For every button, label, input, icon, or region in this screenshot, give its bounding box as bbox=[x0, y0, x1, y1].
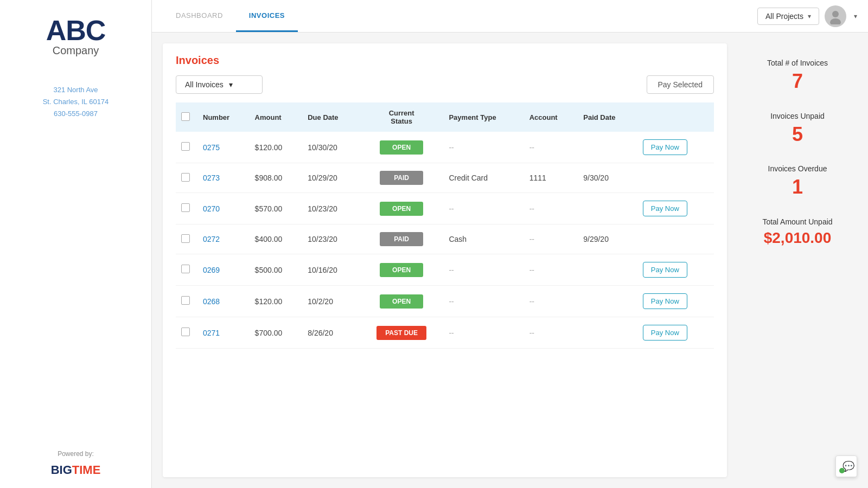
invoice-paid-date bbox=[578, 317, 637, 349]
col-header-number: Number bbox=[197, 102, 250, 132]
overdue-label: Invoices Overdue bbox=[743, 164, 852, 173]
row-checkbox[interactable] bbox=[181, 296, 190, 305]
invoice-number-link[interactable]: 0275 bbox=[203, 143, 220, 152]
powered-by-label: Powered by: bbox=[58, 450, 94, 458]
col-header-due-date: Due Date bbox=[302, 102, 360, 132]
invoice-number-link[interactable]: 0272 bbox=[203, 235, 220, 243]
invoice-number-link[interactable]: 0269 bbox=[203, 266, 220, 274]
table-row: 0271$700.008/26/20PAST DUE----Pay Now bbox=[176, 317, 714, 349]
invoice-paid-date bbox=[578, 132, 637, 163]
pay-now-button[interactable]: Pay Now bbox=[643, 325, 687, 341]
filter-label: All Invoices bbox=[185, 80, 224, 89]
chat-widget[interactable]: 💬 bbox=[835, 455, 857, 477]
pay-now-button[interactable]: Pay Now bbox=[643, 201, 687, 216]
chevron-down-icon: ▾ bbox=[808, 12, 811, 20]
unpaid-value: 5 bbox=[743, 124, 852, 145]
invoice-payment-type: -- bbox=[443, 193, 524, 224]
select-all-checkbox[interactable] bbox=[181, 112, 190, 121]
bigtime-logo: BIGTIME bbox=[51, 463, 101, 477]
row-checkbox[interactable] bbox=[181, 265, 190, 273]
pay-now-button[interactable]: Pay Now bbox=[643, 262, 687, 278]
invoice-due-date: 10/30/20 bbox=[302, 132, 360, 163]
status-badge: OPEN bbox=[380, 202, 423, 216]
logo-container: ABC Company bbox=[46, 16, 106, 57]
invoice-amount: $908.00 bbox=[250, 163, 303, 193]
status-badge: PAST DUE bbox=[376, 326, 426, 340]
invoice-account: -- bbox=[524, 224, 578, 254]
col-header-payment-type: Payment Type bbox=[443, 102, 524, 132]
invoice-number-link[interactable]: 0270 bbox=[203, 204, 220, 213]
invoice-paid-date: 9/29/20 bbox=[578, 224, 637, 254]
stat-invoices-unpaid: Invoices Unpaid 5 bbox=[738, 102, 857, 155]
invoice-paid-date bbox=[578, 193, 637, 224]
nav-tabs: DASHBOARD INVOICES bbox=[163, 0, 298, 32]
total-invoices-label: Total # of Invoices bbox=[743, 59, 852, 67]
table-row: 0269$500.0010/16/20OPEN----Pay Now bbox=[176, 254, 714, 286]
invoice-payment-type: -- bbox=[443, 286, 524, 317]
project-selector[interactable]: All Projects ▾ bbox=[757, 8, 819, 25]
invoice-amount: $400.00 bbox=[250, 224, 303, 254]
address-phone: 630-555-0987 bbox=[43, 108, 109, 120]
invoice-account: 1111 bbox=[524, 163, 578, 193]
invoice-due-date: 10/23/20 bbox=[302, 224, 360, 254]
unpaid-label: Invoices Unpaid bbox=[743, 112, 852, 120]
invoice-due-date: 10/2/20 bbox=[302, 286, 360, 317]
invoice-paid-date bbox=[578, 286, 637, 317]
content-area: Invoices All Invoices ▾ Pay Selected Num… bbox=[152, 33, 868, 488]
filter-dropdown[interactable]: All Invoices ▾ bbox=[176, 75, 263, 94]
status-badge: OPEN bbox=[380, 294, 423, 309]
status-badge: OPEN bbox=[380, 140, 423, 155]
col-header-paid-date: Paid Date bbox=[578, 102, 637, 132]
svg-point-0 bbox=[832, 11, 839, 17]
total-unpaid-label: Total Amount Unpaid bbox=[743, 217, 852, 226]
row-checkbox[interactable] bbox=[181, 142, 190, 151]
pay-selected-button[interactable]: Pay Selected bbox=[647, 75, 714, 94]
invoice-account: -- bbox=[524, 317, 578, 349]
invoice-number-link[interactable]: 0273 bbox=[203, 174, 220, 182]
svg-point-1 bbox=[830, 18, 841, 24]
invoice-payment-type: Cash bbox=[443, 224, 524, 254]
invoice-due-date: 8/26/20 bbox=[302, 317, 360, 349]
row-checkbox[interactable] bbox=[181, 328, 190, 336]
avatar-chevron-icon: ▾ bbox=[854, 12, 857, 20]
tab-invoices[interactable]: INVOICES bbox=[236, 0, 298, 32]
sidebar: ABC Company 321 North Ave St. Charles, I… bbox=[0, 0, 152, 488]
invoice-amount: $120.00 bbox=[250, 286, 303, 317]
col-header-amount: Amount bbox=[250, 102, 303, 132]
col-header-account: Account bbox=[524, 102, 578, 132]
invoice-due-date: 10/23/20 bbox=[302, 193, 360, 224]
tab-dashboard[interactable]: DASHBOARD bbox=[163, 0, 236, 32]
invoice-number-link[interactable]: 0271 bbox=[203, 329, 220, 337]
row-checkbox[interactable] bbox=[181, 234, 190, 243]
col-header-action bbox=[637, 102, 714, 132]
status-badge: PAID bbox=[380, 171, 423, 185]
invoice-payment-type: -- bbox=[443, 132, 524, 163]
pay-now-button[interactable]: Pay Now bbox=[643, 293, 687, 309]
stat-invoices-overdue: Invoices Overdue 1 bbox=[738, 155, 857, 208]
table-row: 0268$120.0010/2/20OPEN----Pay Now bbox=[176, 286, 714, 317]
invoice-amount: $700.00 bbox=[250, 317, 303, 349]
invoice-payment-type: -- bbox=[443, 317, 524, 349]
avatar[interactable] bbox=[825, 5, 846, 27]
main-area: DASHBOARD INVOICES All Projects ▾ ▾ Inv bbox=[152, 0, 868, 488]
invoice-panel: Invoices All Invoices ▾ Pay Selected Num… bbox=[163, 43, 727, 477]
invoice-amount: $120.00 bbox=[250, 132, 303, 163]
filter-chevron-icon: ▾ bbox=[229, 80, 233, 89]
invoice-paid-date: 9/30/20 bbox=[578, 163, 637, 193]
row-checkbox[interactable] bbox=[181, 173, 190, 182]
panel-toolbar: All Invoices ▾ Pay Selected bbox=[176, 75, 714, 94]
invoice-due-date: 10/29/20 bbox=[302, 163, 360, 193]
invoice-due-date: 10/16/20 bbox=[302, 254, 360, 286]
row-checkbox[interactable] bbox=[181, 203, 190, 212]
stats-panel: Total # of Invoices 7 Invoices Unpaid 5 … bbox=[738, 43, 857, 477]
invoice-amount: $500.00 bbox=[250, 254, 303, 286]
stat-total-invoices: Total # of Invoices 7 bbox=[738, 49, 857, 102]
invoice-number-link[interactable]: 0268 bbox=[203, 297, 220, 306]
invoice-account: -- bbox=[524, 132, 578, 163]
overdue-value: 1 bbox=[743, 176, 852, 198]
status-badge: PAID bbox=[380, 232, 423, 246]
invoice-payment-type: Credit Card bbox=[443, 163, 524, 193]
address-line1: 321 North Ave bbox=[43, 84, 109, 96]
status-badge: OPEN bbox=[380, 263, 423, 277]
pay-now-button[interactable]: Pay Now bbox=[643, 139, 687, 155]
